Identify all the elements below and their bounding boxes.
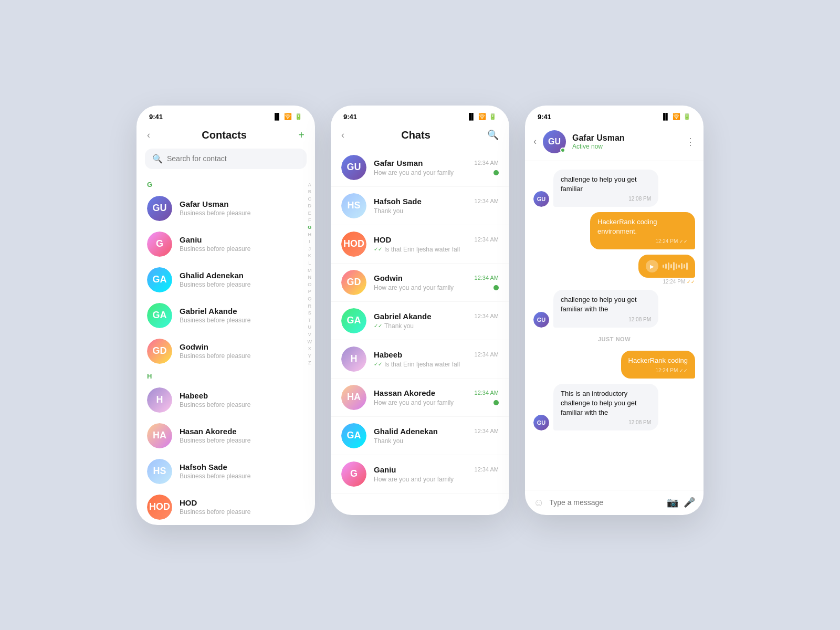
emoji-button[interactable]: ☺ bbox=[533, 497, 544, 509]
bubble: challenge to help you get familiar 12:08… bbox=[553, 170, 658, 207]
alpha-b[interactable]: B bbox=[308, 188, 312, 195]
chat-item[interactable]: GA Ghalid Adenekan 12:34 AM Thank you bbox=[331, 417, 509, 455]
alpha-p[interactable]: P bbox=[308, 288, 312, 295]
msg-avatar: GU bbox=[533, 191, 549, 207]
alpha-h[interactable]: H bbox=[308, 232, 312, 238]
list-item[interactable]: GA Gabriel Akande Business before pleasu… bbox=[136, 298, 315, 333]
message-time: 12:08 PM bbox=[561, 317, 651, 322]
phones-container: 9:41 ▐▌ 🛜 🔋 ‹ Contacts + 🔍 G GU Gafar Us… bbox=[136, 106, 704, 525]
alpha-d[interactable]: D bbox=[308, 203, 312, 209]
read-receipt: ✓✓ bbox=[374, 246, 382, 252]
alpha-c[interactable]: C bbox=[308, 196, 312, 203]
contact-name: Ghalid Adenekan bbox=[180, 271, 304, 280]
back-button-conv[interactable]: ‹ bbox=[533, 136, 537, 147]
list-item[interactable]: HA Hasan Akorede Business before pleasur… bbox=[136, 418, 315, 454]
avatar: G bbox=[341, 461, 366, 487]
avatar: HA bbox=[147, 423, 172, 448]
chat-preview: Is that Erin Ijesha water fall bbox=[384, 246, 499, 253]
chat-name: Hafsoh Sade bbox=[374, 197, 422, 206]
chat-item[interactable]: G Ganiu 12:34 AM How are you and your fa… bbox=[331, 455, 509, 494]
contact-sub: Business before pleasure bbox=[180, 352, 304, 360]
list-item[interactable]: HOD HOD Business before pleasure bbox=[136, 489, 315, 525]
online-indicator bbox=[560, 148, 565, 153]
message-item: ▶ 1 bbox=[533, 255, 695, 285]
avatar: GD bbox=[341, 270, 366, 295]
status-bar-chats: 9:41 ▐▌ 🛜 🔋 bbox=[331, 106, 509, 125]
message-text: challenge to help you get familiar bbox=[561, 175, 651, 194]
back-button-chats[interactable]: ‹ bbox=[341, 130, 344, 141]
list-item[interactable]: G Ganiu Business before pleasure bbox=[136, 226, 315, 262]
add-contact-button[interactable]: + bbox=[298, 129, 304, 141]
list-item[interactable]: GA Ghalid Adenekan Business before pleas… bbox=[136, 262, 315, 298]
chats-phone: 9:41 ▐▌ 🛜 🔋 ‹ Chats 🔍 GU Gafar Usman 12:… bbox=[331, 106, 509, 515]
chat-item[interactable]: HOD HOD 12:34 AM ✓✓ Is that Erin Ijesha … bbox=[331, 225, 509, 264]
chat-name: Godwin bbox=[374, 274, 403, 282]
chat-name: Hassan Akorede bbox=[374, 388, 435, 397]
list-item[interactable]: GD Godwin Business before pleasure bbox=[136, 333, 315, 369]
alpha-e[interactable]: E bbox=[308, 210, 312, 217]
alpha-z[interactable]: Z bbox=[308, 360, 312, 366]
alpha-u[interactable]: U bbox=[308, 324, 312, 331]
alpha-n[interactable]: N bbox=[308, 274, 312, 281]
conversation-header: ‹ GU Gafar Usman Active now ⋮ bbox=[525, 125, 704, 161]
message-time: 12:08 PM bbox=[561, 196, 651, 202]
contact-sub: Business before pleasure bbox=[180, 317, 304, 324]
chat-item[interactable]: HA Hassan Akorede 12:34 AM How are you a… bbox=[331, 379, 509, 417]
chat-item[interactable]: GD Godwin 12:34 AM How are you and your … bbox=[331, 264, 509, 302]
msg-avatar: GU bbox=[533, 415, 549, 430]
back-button-contacts[interactable]: ‹ bbox=[147, 130, 150, 141]
search-button-chats[interactable]: 🔍 bbox=[487, 129, 499, 141]
message-item: HackerRank coding environment. 12:24 PM … bbox=[533, 212, 695, 249]
alpha-f[interactable]: F bbox=[308, 217, 312, 224]
avatar: GA bbox=[341, 308, 366, 333]
alpha-t[interactable]: T bbox=[308, 317, 312, 324]
alpha-w[interactable]: W bbox=[308, 339, 312, 345]
contacts-title: Contacts bbox=[202, 129, 247, 141]
alpha-y[interactable]: Y bbox=[308, 353, 312, 360]
alpha-g[interactable]: G bbox=[308, 224, 312, 231]
alpha-l[interactable]: L bbox=[308, 260, 312, 267]
alpha-s[interactable]: S bbox=[308, 310, 312, 317]
contact-list: G GU Gafar Usman Business before pleasur… bbox=[136, 177, 315, 525]
alpha-v[interactable]: V bbox=[308, 331, 312, 338]
alpha-a[interactable]: A bbox=[308, 182, 312, 188]
signal-icon-conv: ▐▌ bbox=[661, 113, 670, 120]
avatar: GU bbox=[341, 155, 366, 180]
alpha-i[interactable]: I bbox=[308, 238, 312, 245]
read-receipt: ✓✓ bbox=[374, 323, 382, 329]
chat-item[interactable]: GA Gabriel Akande 12:34 AM ✓✓ Thank you bbox=[331, 302, 509, 340]
alpha-k[interactable]: K bbox=[308, 253, 312, 259]
alpha-o[interactable]: O bbox=[308, 281, 312, 288]
signal-icon: ▐▌ bbox=[272, 113, 281, 120]
mic-button[interactable]: 🎤 bbox=[684, 497, 695, 508]
avatar: G bbox=[147, 232, 172, 257]
alphabet-sidebar: A B C D E F G H I J K L M N O P Q R S T bbox=[307, 177, 313, 525]
wifi-icon: 🛜 bbox=[284, 113, 292, 120]
chat-name: Gafar Usman bbox=[374, 159, 423, 167]
more-options-button[interactable]: ⋮ bbox=[686, 136, 695, 148]
alpha-r[interactable]: R bbox=[308, 303, 312, 310]
chat-item[interactable]: HS Hafsoh Sade 12:34 AM Thank you bbox=[331, 187, 509, 225]
list-item[interactable]: GU Gafar Usman Business before pleasure bbox=[136, 191, 315, 226]
play-button[interactable]: ▶ bbox=[646, 260, 658, 272]
alpha-m[interactable]: M bbox=[308, 267, 312, 274]
list-item[interactable]: H Habeeb Business before pleasure bbox=[136, 382, 315, 418]
chat-item[interactable]: GU Gafar Usman 12:34 AM How are you and … bbox=[331, 149, 509, 187]
message-item: GU This is an introductory challenge to … bbox=[533, 384, 695, 431]
alpha-j[interactable]: J bbox=[308, 246, 312, 253]
alpha-q[interactable]: Q bbox=[308, 296, 312, 302]
contact-sub: Business before pleasure bbox=[180, 245, 304, 253]
avatar: GA bbox=[147, 267, 172, 292]
conv-status: Active now bbox=[572, 143, 679, 150]
chat-preview: Thank you bbox=[384, 322, 499, 330]
avatar: GA bbox=[147, 303, 172, 328]
avatar: GU bbox=[147, 196, 172, 221]
alpha-x[interactable]: X bbox=[308, 345, 312, 352]
search-input[interactable] bbox=[167, 154, 299, 163]
list-item[interactable]: HS Hafsoh Sade Business before pleasure bbox=[136, 454, 315, 489]
camera-button[interactable]: 📷 bbox=[667, 497, 678, 508]
chat-item[interactable]: H Habeeb 12:34 AM ✓✓ Is that Erin Ijesha… bbox=[331, 340, 509, 379]
contacts-header: ‹ Contacts + bbox=[136, 125, 315, 149]
message-input[interactable] bbox=[549, 498, 662, 507]
contact-sub: Business before pleasure bbox=[180, 281, 304, 288]
